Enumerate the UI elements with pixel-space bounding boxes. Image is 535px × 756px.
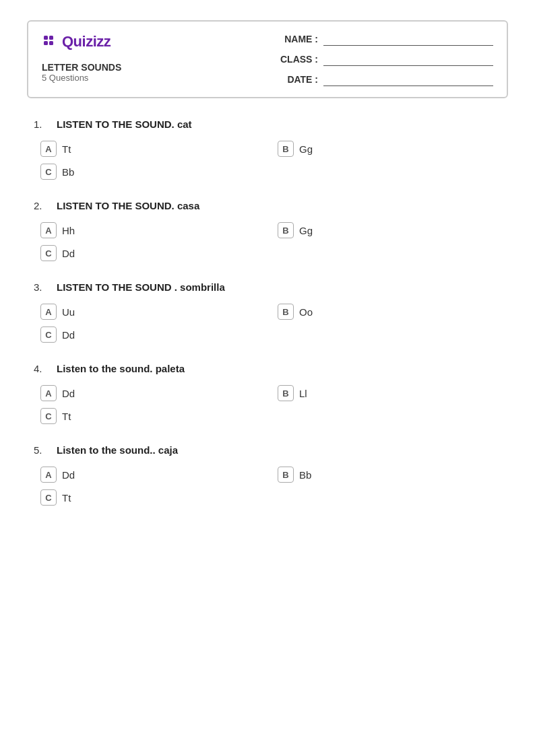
question-3-text: LISTEN TO THE SOUND . sombrilla — [57, 281, 225, 293]
name-label: NAME : — [278, 34, 318, 44]
option-text-a: Tt — [62, 143, 71, 155]
questions-section: 1.LISTEN TO THE SOUND. cat A Tt B Gg C B… — [27, 118, 508, 506]
question-2-option-a[interactable]: A Hh — [40, 222, 264, 238]
question-1-number: 1. — [34, 118, 50, 130]
quiz-title: LETTER SOUNDS — [42, 62, 121, 73]
question-4-options-row-c: C Tt — [34, 408, 501, 424]
question-4-option-c[interactable]: C Tt — [40, 408, 501, 424]
svg-rect-2 — [44, 41, 48, 45]
question-5-header: 5.Listen to the sound.. caja — [34, 444, 501, 456]
question-2: 2.LISTEN TO THE SOUND. casa A Hh B Gg C … — [34, 200, 501, 261]
option-badge-c: C — [40, 489, 57, 506]
option-text-b: Oo — [299, 306, 313, 318]
question-3-option-b[interactable]: B Oo — [278, 304, 501, 320]
question-2-text: LISTEN TO THE SOUND. casa — [57, 200, 199, 211]
option-text-a: Uu — [62, 306, 75, 318]
option-badge-b: B — [278, 385, 294, 401]
svg-rect-3 — [49, 41, 53, 45]
quizizz-logo-icon — [42, 32, 61, 51]
question-1-header: 1.LISTEN TO THE SOUND. cat — [34, 118, 501, 130]
question-5-options-grid: A Dd B Bb — [34, 467, 501, 483]
fields-section: NAME : CLASS : DATE : — [278, 32, 493, 86]
question-3-header: 3.LISTEN TO THE SOUND . sombrilla — [34, 281, 501, 293]
option-badge-a: A — [40, 304, 57, 320]
question-2-header: 2.LISTEN TO THE SOUND. casa — [34, 200, 501, 211]
question-4-text: Listen to the sound. paleta — [57, 363, 185, 374]
option-text-a: Dd — [62, 469, 75, 481]
name-input[interactable] — [323, 32, 493, 46]
question-3-number: 3. — [34, 281, 50, 293]
question-3-option-a[interactable]: A Uu — [40, 304, 264, 320]
question-4-option-a[interactable]: A Dd — [40, 385, 264, 401]
option-badge-a: A — [40, 141, 57, 157]
option-badge-a: A — [40, 467, 57, 483]
question-1: 1.LISTEN TO THE SOUND. cat A Tt B Gg C B… — [34, 118, 501, 180]
option-text-c: Dd — [62, 248, 75, 259]
question-3: 3.LISTEN TO THE SOUND . sombrilla A Uu B… — [34, 281, 501, 343]
logo-section: Quizizz LETTER SOUNDS 5 Questions — [42, 32, 121, 83]
class-input[interactable] — [323, 53, 493, 66]
option-badge-a: A — [40, 222, 57, 238]
question-4-options-grid: A Dd B Ll — [34, 385, 501, 401]
date-field-row: DATE : — [278, 73, 493, 86]
option-text-c: Bb — [62, 166, 74, 178]
question-1-option-b[interactable]: B Gg — [278, 141, 501, 157]
option-text-b: Bb — [299, 469, 311, 481]
question-1-text: LISTEN TO THE SOUND. cat — [57, 118, 192, 130]
question-4-header: 4.Listen to the sound. paleta — [34, 363, 501, 374]
question-2-options-grid: A Hh B Gg — [34, 222, 501, 238]
question-3-options-row-c: C Dd — [34, 327, 501, 343]
option-badge-b: B — [278, 467, 294, 483]
class-label: CLASS : — [278, 54, 318, 65]
option-text-a: Hh — [62, 225, 75, 236]
option-badge-b: B — [278, 141, 294, 157]
question-1-options-grid: A Tt B Gg — [34, 141, 501, 157]
option-badge-c: C — [40, 245, 57, 261]
option-text-b: Gg — [299, 225, 313, 236]
question-1-options-row-c: C Bb — [34, 164, 501, 180]
question-1-option-a[interactable]: A Tt — [40, 141, 264, 157]
question-4-number: 4. — [34, 363, 50, 374]
question-2-options-row-c: C Dd — [34, 245, 501, 261]
question-3-option-c[interactable]: C Dd — [40, 327, 501, 343]
header-box: Quizizz LETTER SOUNDS 5 Questions NAME :… — [27, 20, 508, 98]
option-badge-c: C — [40, 408, 57, 424]
quiz-subtitle: 5 Questions — [42, 73, 121, 83]
question-5-number: 5. — [34, 444, 50, 456]
svg-rect-0 — [44, 36, 48, 40]
question-2-option-c[interactable]: C Dd — [40, 245, 501, 261]
logo: Quizizz — [42, 32, 121, 51]
question-5-option-a[interactable]: A Dd — [40, 467, 264, 483]
option-badge-b: B — [278, 222, 294, 238]
option-badge-b: B — [278, 304, 294, 320]
question-1-option-c[interactable]: C Bb — [40, 164, 501, 180]
question-4-option-b[interactable]: B Ll — [278, 385, 501, 401]
date-label: DATE : — [278, 74, 318, 85]
question-2-option-b[interactable]: B Gg — [278, 222, 501, 238]
option-badge-c: C — [40, 327, 57, 343]
logo-text: Quizizz — [62, 33, 111, 50]
option-text-b: Ll — [299, 388, 307, 399]
question-5-text: Listen to the sound.. caja — [57, 444, 178, 456]
option-text-c: Tt — [62, 492, 71, 504]
question-4: 4.Listen to the sound. paleta A Dd B Ll … — [34, 363, 501, 424]
option-text-c: Dd — [62, 329, 75, 341]
question-5-option-b[interactable]: B Bb — [278, 467, 501, 483]
question-3-options-grid: A Uu B Oo — [34, 304, 501, 320]
question-5-options-row-c: C Tt — [34, 489, 501, 506]
option-text-a: Dd — [62, 388, 75, 399]
question-5: 5.Listen to the sound.. caja A Dd B Bb C… — [34, 444, 501, 506]
option-badge-c: C — [40, 164, 57, 180]
date-input[interactable] — [323, 73, 493, 86]
svg-rect-1 — [49, 36, 53, 40]
question-2-number: 2. — [34, 200, 50, 211]
option-text-b: Gg — [299, 143, 313, 155]
option-text-c: Tt — [62, 411, 71, 422]
class-field-row: CLASS : — [278, 53, 493, 66]
question-5-option-c[interactable]: C Tt — [40, 489, 501, 506]
name-field-row: NAME : — [278, 32, 493, 46]
option-badge-a: A — [40, 385, 57, 401]
